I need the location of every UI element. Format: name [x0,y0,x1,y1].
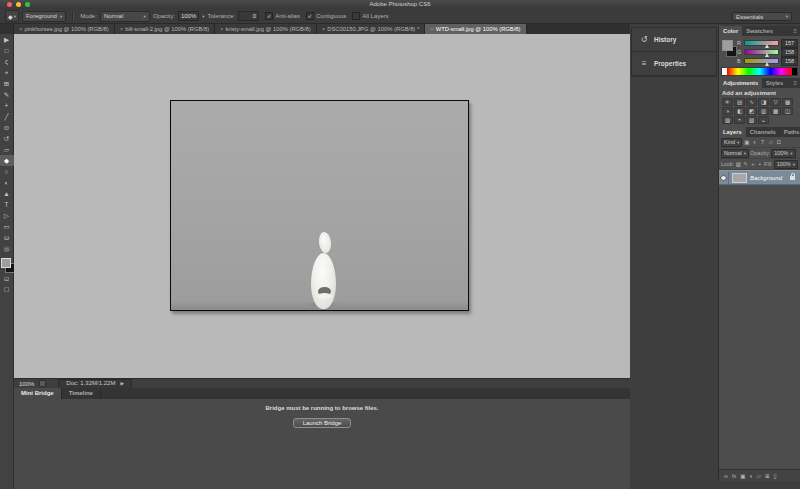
eraser-tool[interactable]: ▱ [0,144,14,155]
panel-tab[interactable]: Swatches [742,26,777,36]
color-slider-track[interactable] [744,58,779,64]
layer-fill-field[interactable]: 100% ▾ [774,160,798,169]
panel-tab[interactable]: Adjustments [719,78,762,88]
invert-adjustment-icon[interactable]: ◫ [782,107,793,115]
quick-selection-tool[interactable]: ⌖ [0,67,14,78]
panel-tab[interactable]: Color [719,26,742,36]
channel-mixer-adjustment-icon[interactable]: ▥ [758,107,769,115]
spectrum-black-cap[interactable] [792,68,797,75]
layer-filter-select[interactable]: Kind ▾ [721,138,742,147]
tool-preset-picker[interactable]: ◆ ▾ [5,10,19,22]
history-brush-tool[interactable]: ↺ [0,133,14,144]
link-layers-icon[interactable]: ∞ [724,473,728,479]
slider-thumb-icon[interactable] [765,44,769,48]
hand-tool[interactable]: ω [0,232,14,243]
layer-style-icon[interactable]: fx [732,473,736,479]
crop-tool[interactable]: ⊞ [0,78,14,89]
lock-position-icon[interactable]: + [750,161,756,167]
path-selection-tool[interactable]: ▷ [0,210,14,221]
close-tab-icon[interactable]: × [120,26,124,32]
new-group-icon[interactable]: ▱ [757,473,761,479]
rectangular-marquee-tool[interactable]: □ [0,45,14,56]
panel-tab[interactable]: Channels [746,127,780,137]
blur-tool[interactable]: ○ [0,166,14,177]
color-balance-adjustment-icon[interactable]: ◑ [722,107,733,115]
workspace-switcher[interactable]: Essentials ▾ [732,12,792,21]
layer-row[interactable]: Background [719,170,800,185]
zoom-level-field[interactable]: 100% [14,381,39,387]
close-tab-icon[interactable]: × [430,26,434,32]
close-tab-icon[interactable]: × [322,26,326,32]
new-layer-icon[interactable]: ⊞ [765,473,770,479]
option-checkbox[interactable]: ✓ Anti-alias [265,12,300,20]
foreground-color-swatch[interactable] [1,258,11,268]
photo-filter-adjustment-icon[interactable]: ◩ [746,107,757,115]
color-slider-track[interactable] [744,49,779,55]
levels-adjustment-icon[interactable]: ▤ [734,98,745,106]
status-menu-icon[interactable] [39,380,46,387]
spectrum-rainbow[interactable] [727,68,792,75]
shape-filter-icon[interactable]: ▱ [767,139,774,145]
black-white-adjustment-icon[interactable]: ◧ [734,107,745,115]
slider-thumb-icon[interactable] [765,53,769,57]
tolerance-field[interactable]: 0 [238,11,259,21]
foreground-background-swatches[interactable] [0,256,14,273]
healing-brush-tool[interactable]: + [0,100,14,111]
color-slider-track[interactable] [744,40,779,46]
eyedropper-tool[interactable]: ✎ [0,89,14,100]
document-image[interactable] [170,100,469,311]
layer-thumbnail[interactable] [732,173,747,183]
history-panel-button[interactable]: ↺ History [632,28,716,52]
adjustment-filter-icon[interactable]: ◐ [751,139,758,145]
clone-stamp-tool[interactable]: ⊙ [0,122,14,133]
vibrance-adjustment-icon[interactable]: ▽ [770,98,781,106]
brush-tool[interactable]: ╱ [0,111,14,122]
smart-object-filter-icon[interactable]: ⊡ [775,139,782,145]
screen-mode-button[interactable]: ▢ [0,283,14,293]
lock-pixels-icon[interactable]: ✎ [742,161,748,167]
properties-panel-button[interactable]: ≡ Properties [632,52,716,76]
type-filter-icon[interactable]: T [759,139,766,145]
lasso-tool[interactable]: ς [0,56,14,67]
threshold-adjustment-icon[interactable]: ◓ [734,116,745,124]
selective-color-adjustment-icon[interactable]: ◒ [758,116,769,124]
fill-source-select[interactable]: Foreground ▾ [22,11,66,22]
document-size-info[interactable]: Doc: 1.32M/1.22M ▶ [58,379,132,389]
document-tab[interactable]: × kristy-small.jpg @ 100% (RGB/8) [215,24,317,34]
channel-value-field[interactable]: 158 [781,48,798,57]
brightness-contrast-adjustment-icon[interactable]: ☀ [722,98,733,106]
color-spectrum-ramp[interactable] [721,67,798,76]
lock-all-icon[interactable]: ▪ [757,161,763,167]
canvas-area[interactable] [14,34,630,378]
foreground-color-swatch[interactable] [722,40,733,51]
panel-menu-icon[interactable]: ≡ [793,26,800,36]
exposure-adjustment-icon[interactable]: ◨ [758,98,769,106]
layer-visibility-toggle[interactable] [719,171,729,184]
panel-menu-icon[interactable]: ≡ [793,78,800,88]
close-tab-icon[interactable]: × [19,26,23,32]
image-filter-icon[interactable]: ▣ [743,139,750,145]
panel-tab[interactable]: Timeline [62,388,101,399]
paint-bucket-tool[interactable]: ◆ [0,155,14,166]
panel-tab[interactable]: Layers [719,127,746,137]
hue-saturation-adjustment-icon[interactable]: ▦ [782,98,793,106]
quick-mask-button[interactable]: ⊡ [0,273,14,283]
panel-tab[interactable]: Styles [762,78,787,88]
option-checkbox[interactable]: ✓ Contiguous [306,12,346,20]
layer-opacity-field[interactable]: 100% ▾ [771,149,795,158]
add-layer-mask-icon[interactable]: ▣ [740,473,745,479]
posterize-adjustment-icon[interactable]: ▧ [722,116,733,124]
channel-value-field[interactable]: 157 [781,39,798,48]
zoom-tool[interactable]: ◎ [0,243,14,254]
panel-tab[interactable]: Mini Bridge [14,388,62,399]
option-checkbox[interactable]: All Layers [352,12,388,20]
layer-blend-mode-select[interactable]: Normal ▾ [721,149,749,158]
gradient-map-adjustment-icon[interactable]: ▨ [746,116,757,124]
lock-transparency-icon[interactable]: ▨ [735,161,741,167]
curves-adjustment-icon[interactable]: ∿ [746,98,757,106]
document-tab[interactable]: × DSC00150.JPG @ 100% (RGB/8) * [317,24,425,34]
document-tab[interactable]: × WTD-small.jpg @ 100% (RGB/8) [425,24,526,34]
color-lookup-adjustment-icon[interactable]: ▩ [770,107,781,115]
delete-layer-icon[interactable]: ▯ [774,473,777,479]
launch-bridge-button[interactable]: Launch Bridge [293,418,352,428]
